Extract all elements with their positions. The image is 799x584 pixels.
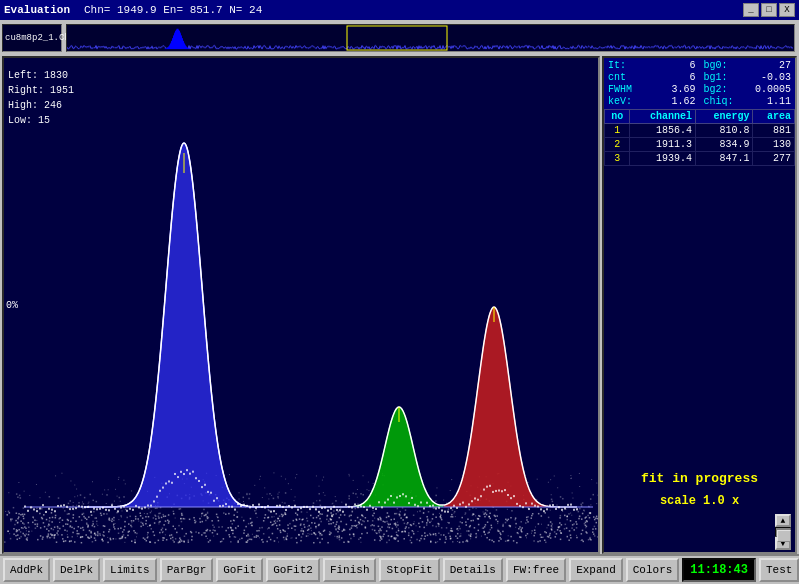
cell-area: 277	[753, 152, 795, 166]
percent-label: 0%	[6, 300, 18, 311]
gofit2-button[interactable]: GoFit2	[266, 558, 320, 582]
window-title: Evaluation	[4, 4, 70, 16]
colors-button[interactable]: Colors	[626, 558, 680, 582]
col-area: area	[753, 110, 795, 124]
fit-status: fit in progress	[604, 463, 795, 490]
limits-button[interactable]: Limits	[103, 558, 157, 582]
left-value: 1830	[44, 70, 68, 81]
title-controls: _ □ X	[743, 3, 795, 17]
cell-energy: 810.8	[695, 124, 753, 138]
it-row: It: 6	[608, 60, 696, 71]
low-value: 15	[38, 115, 50, 126]
right-label: Right:	[8, 85, 44, 96]
bg2-label: bg2:	[704, 84, 728, 95]
left-label: Left:	[8, 70, 38, 81]
high-value: 246	[44, 100, 62, 111]
main-chart	[4, 58, 598, 552]
cell-no: 2	[605, 138, 630, 152]
overview-spectrum	[67, 25, 794, 51]
details-button[interactable]: Details	[443, 558, 503, 582]
cell-energy: 847.1	[695, 152, 753, 166]
fwhm-label: FWHM	[608, 84, 632, 95]
time-display: 11:18:43	[682, 558, 756, 582]
chiq-label: chiq:	[704, 96, 734, 107]
cell-no: 3	[605, 152, 630, 166]
right-value: 1951	[50, 85, 74, 96]
cnt-value: 6	[689, 72, 695, 83]
chart-area[interactable]: Left: 1830 Right: 1951 High: 246 Low: 15…	[2, 56, 600, 554]
delpk-button[interactable]: DelPk	[53, 558, 100, 582]
scrollbar-track[interactable]	[775, 527, 791, 537]
bg0-label: bg0:	[704, 60, 728, 71]
stats-panel: It: 6 bg0: 27 cnt 6 bg1: -0.03 FWHM 3.	[602, 56, 797, 554]
stats-top: It: 6 bg0: 27 cnt 6 bg1: -0.03 FWHM 3.	[604, 58, 795, 109]
bg2-value: 0.0005	[755, 84, 791, 95]
table-row: 21911.3834.9130	[605, 138, 795, 152]
fwhm-row: FWHM 3.69	[608, 84, 696, 95]
cell-energy: 834.9	[695, 138, 753, 152]
fwfree-button[interactable]: FW:free	[506, 558, 566, 582]
scroll-up-button[interactable]: ▲	[775, 514, 791, 527]
col-energy: energy	[695, 110, 753, 124]
chiq-value: 1.11	[767, 96, 791, 107]
stopfit-button[interactable]: StopFit	[379, 558, 439, 582]
fwhm-value: 3.69	[671, 84, 695, 95]
chart-info-panel: Left: 1830 Right: 1951 High: 246 Low: 15	[8, 68, 74, 128]
cell-area: 130	[753, 138, 795, 152]
chiq-row: chiq: 1.11	[704, 96, 792, 107]
test-button[interactable]: Test	[759, 558, 799, 582]
minimize-button[interactable]: _	[743, 3, 759, 17]
maximize-button[interactable]: □	[761, 3, 777, 17]
gofit-button[interactable]: GoFit	[216, 558, 263, 582]
spectrum-name: cu8m8p2_1.Chn	[5, 33, 75, 43]
main-content: cu8m8p2_1.Chn Left: 1830 Right: 1951 Hig…	[0, 20, 799, 584]
high-info-row: High: 246	[8, 98, 74, 113]
peaks-table: no channel energy area 11856.4810.888121…	[604, 109, 795, 166]
kev-value: 1.62	[671, 96, 695, 107]
table-row: 11856.4810.8881	[605, 124, 795, 138]
cell-channel: 1939.4	[630, 152, 696, 166]
title-bar: Evaluation Chn= 1949.9 En= 851.7 N= 24 _…	[0, 0, 799, 20]
left-info-row: Left: 1830	[8, 68, 74, 83]
cell-no: 1	[605, 124, 630, 138]
kev-row: keV: 1.62	[608, 96, 696, 107]
low-label: Low:	[8, 115, 32, 126]
bg0-row: bg0: 27	[704, 60, 792, 71]
kev-label: keV:	[608, 96, 632, 107]
middle-area: Left: 1830 Right: 1951 High: 246 Low: 15…	[2, 56, 797, 554]
toolbar: AddPk DelPk Limits ParBgr GoFit GoFit2 F…	[0, 554, 799, 584]
cell-area: 881	[753, 124, 795, 138]
peaks-table-container: no channel energy area 11856.4810.888121…	[604, 109, 795, 463]
it-value: 6	[689, 60, 695, 71]
low-info-row: Low: 15	[8, 113, 74, 128]
title-info: Chn= 1949.9 En= 851.7 N= 24	[84, 4, 262, 16]
cell-channel: 1911.3	[630, 138, 696, 152]
addpk-button[interactable]: AddPk	[3, 558, 50, 582]
bg2-row: bg2: 0.0005	[704, 84, 792, 95]
scrollbar-area: ▲ ▼	[604, 512, 795, 552]
high-label: High:	[8, 100, 38, 111]
table-row: 31939.4847.1277	[605, 152, 795, 166]
bg1-label: bg1:	[704, 72, 728, 83]
cnt-label: cnt	[608, 72, 626, 83]
scale-info: scale 1.0 x	[604, 490, 795, 512]
col-channel: channel	[630, 110, 696, 124]
finish-button[interactable]: Finish	[323, 558, 377, 582]
cell-channel: 1856.4	[630, 124, 696, 138]
parbgr-button[interactable]: ParBgr	[160, 558, 214, 582]
it-label: It:	[608, 60, 626, 71]
cnt-row: cnt 6	[608, 72, 696, 83]
bg0-value: 27	[779, 60, 791, 71]
right-info-row: Right: 1951	[8, 83, 74, 98]
bg1-value: -0.03	[761, 72, 791, 83]
bg1-row: bg1: -0.03	[704, 72, 792, 83]
expand-button[interactable]: Expand	[569, 558, 623, 582]
title-bar-left: Evaluation Chn= 1949.9 En= 851.7 N= 24	[4, 4, 262, 16]
scrollbar-thumb[interactable]	[777, 530, 791, 542]
close-window-button[interactable]: X	[779, 3, 795, 17]
col-no: no	[605, 110, 630, 124]
